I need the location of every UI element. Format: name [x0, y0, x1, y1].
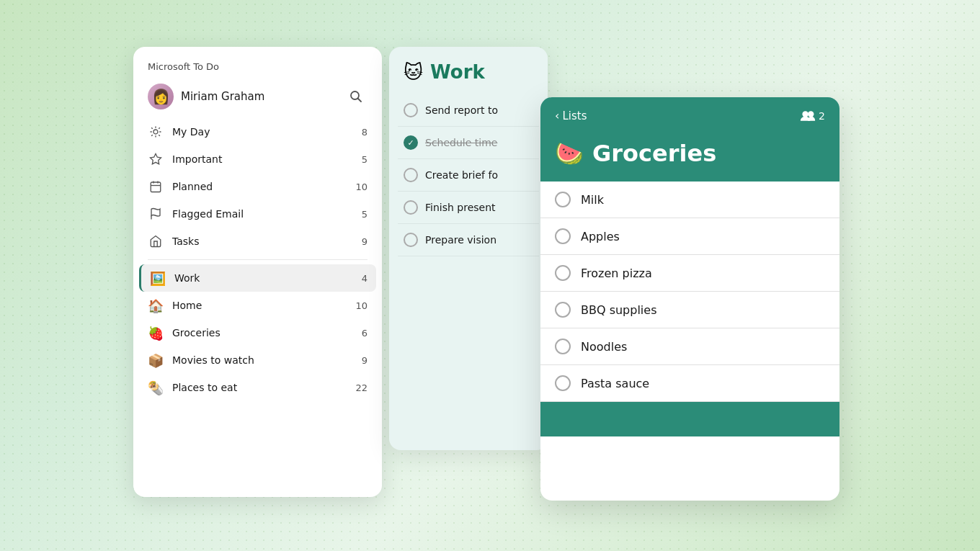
grocery-checkbox-bbq-supplies[interactable] — [555, 302, 571, 318]
search-icon — [349, 90, 362, 103]
grocery-item-apples[interactable]: Apples — [540, 218, 839, 255]
task-item-schedule[interactable]: Schedule time — [398, 127, 539, 159]
grocery-checkbox-apples[interactable] — [555, 228, 571, 244]
groceries-title: Groceries — [592, 140, 716, 167]
sidebar-header: Microsoft To Do — [133, 47, 382, 78]
grocery-checkbox-milk[interactable] — [555, 192, 571, 207]
grocery-item-milk[interactable]: Milk — [540, 182, 839, 218]
grocery-checkbox-pasta-sauce[interactable] — [555, 375, 571, 391]
grocery-name-frozen-pizza: Frozen pizza — [581, 266, 652, 280]
task-item-finish-present[interactable]: Finish present — [398, 192, 539, 224]
work-count: 4 — [362, 273, 368, 284]
planned-label: Planned — [172, 181, 355, 192]
grocery-name-noodles: Noodles — [581, 340, 627, 354]
work-list-icon: 🖼️ — [150, 270, 166, 286]
work-panel: 🐱 Work Send report to Schedule time Crea… — [389, 47, 548, 450]
back-chevron-icon: ‹ — [555, 109, 559, 122]
places-label: Places to eat — [172, 382, 355, 393]
calendar-icon — [148, 179, 164, 194]
home-label: Home — [172, 300, 355, 311]
svg-marker-11 — [151, 154, 161, 164]
svg-line-1 — [358, 99, 362, 102]
task-item-send-report[interactable]: Send report to — [398, 94, 539, 127]
sidebar-item-home[interactable]: 🏠 Home 10 — [139, 292, 376, 319]
task-checkbox-prepare-vision[interactable] — [404, 233, 418, 247]
my-day-count: 8 — [362, 127, 368, 138]
grocery-name-apples: Apples — [581, 230, 620, 243]
svg-point-18 — [808, 111, 814, 117]
task-item-prepare-vision[interactable]: Prepare vision — [398, 224, 539, 256]
sidebar-item-places[interactable]: 🌯 Places to eat 22 — [139, 374, 376, 401]
task-checkbox-create-brief[interactable] — [404, 168, 418, 182]
sidebar-nav: My Day 8 Important 5 Plan — [133, 118, 382, 401]
star-icon — [148, 151, 164, 167]
task-checkbox-finish-present[interactable] — [404, 200, 418, 215]
tasks-icon — [148, 233, 164, 249]
sidebar-item-groceries[interactable]: 🍓 Groceries 6 — [139, 319, 376, 346]
planned-count: 10 — [355, 182, 368, 192]
sidebar-item-flagged-email[interactable]: Flagged Email 5 — [139, 200, 376, 228]
sidebar-item-tasks[interactable]: Tasks 9 — [139, 228, 376, 255]
movies-label: Movies to watch — [172, 354, 362, 366]
tasks-count: 9 — [362, 236, 368, 247]
grocery-checkbox-noodles[interactable] — [555, 339, 571, 354]
places-count: 22 — [355, 382, 368, 393]
grocery-item-pasta-sauce[interactable]: Pasta sauce — [540, 365, 839, 402]
work-panel-title: Work — [430, 61, 485, 83]
work-task-list: Send report to Schedule time Create brie… — [389, 94, 548, 256]
svg-rect-12 — [151, 182, 161, 192]
groceries-header-top: ‹ Lists 2 — [540, 97, 839, 134]
grocery-name-bbq-supplies: BBQ supplies — [581, 303, 657, 317]
task-checkbox-send-report[interactable] — [404, 103, 418, 117]
task-checkbox-schedule[interactable] — [404, 135, 418, 150]
home-count: 10 — [355, 300, 368, 311]
svg-point-17 — [802, 111, 808, 117]
user-info: 👩 Miriam Graham — [148, 84, 264, 109]
grocery-item-frozen-pizza[interactable]: Frozen pizza — [540, 255, 839, 292]
groceries-panel: ‹ Lists 2 🍉 Groceries Milk Apples — [540, 97, 839, 501]
work-label: Work — [174, 272, 362, 284]
tasks-label: Tasks — [172, 236, 362, 247]
nav-divider — [148, 259, 368, 260]
task-text-schedule: Schedule time — [425, 137, 497, 148]
places-list-icon: 🌯 — [148, 380, 164, 395]
grocery-name-milk: Milk — [581, 193, 604, 207]
sidebar-item-planned[interactable]: Planned 10 — [139, 173, 376, 200]
collab-button[interactable]: 2 — [800, 110, 825, 122]
task-text-prepare-vision: Prepare vision — [425, 234, 496, 246]
search-button[interactable] — [344, 85, 368, 108]
task-text-create-brief: Create brief fo — [425, 169, 498, 181]
flagged-email-label: Flagged Email — [172, 208, 362, 220]
flag-icon — [148, 206, 164, 222]
svg-line-9 — [159, 127, 160, 129]
movies-count: 9 — [362, 355, 368, 366]
grocery-item-bbq-supplies[interactable]: BBQ supplies — [540, 292, 839, 328]
groceries-title-row: 🍉 Groceries — [540, 134, 839, 182]
task-text-send-report: Send report to — [425, 104, 498, 116]
task-text-finish-present: Finish present — [425, 202, 496, 213]
collab-count: 2 — [819, 110, 825, 122]
sidebar-item-movies[interactable]: 📦 Movies to watch 9 — [139, 346, 376, 374]
movies-list-icon: 📦 — [148, 352, 164, 368]
sidebar-item-my-day[interactable]: My Day 8 — [139, 118, 376, 145]
important-label: Important — [172, 153, 362, 165]
task-item-create-brief[interactable]: Create brief fo — [398, 159, 539, 192]
people-icon — [800, 110, 816, 122]
svg-point-2 — [153, 130, 158, 134]
avatar: 👩 — [148, 84, 174, 109]
home-list-icon: 🏠 — [148, 297, 164, 313]
groceries-count: 6 — [362, 328, 368, 339]
lists-back-label: Lists — [562, 109, 587, 122]
grocery-item-noodles[interactable]: Noodles — [540, 328, 839, 365]
sidebar-item-important[interactable]: Important 5 — [139, 145, 376, 173]
groceries-list-icon: 🍓 — [148, 325, 164, 341]
back-to-lists-button[interactable]: ‹ Lists — [555, 109, 587, 122]
sidebar-item-work[interactable]: 🖼️ Work 4 — [139, 264, 376, 292]
grocery-checkbox-frozen-pizza[interactable] — [555, 265, 571, 281]
work-header: 🐱 Work — [389, 47, 548, 94]
groceries-footer-bar — [540, 402, 839, 436]
flagged-email-count: 5 — [362, 209, 368, 220]
important-count: 5 — [362, 154, 368, 165]
app-name: Microsoft To Do — [148, 61, 219, 72]
user-row: 👩 Miriam Graham — [133, 78, 382, 118]
